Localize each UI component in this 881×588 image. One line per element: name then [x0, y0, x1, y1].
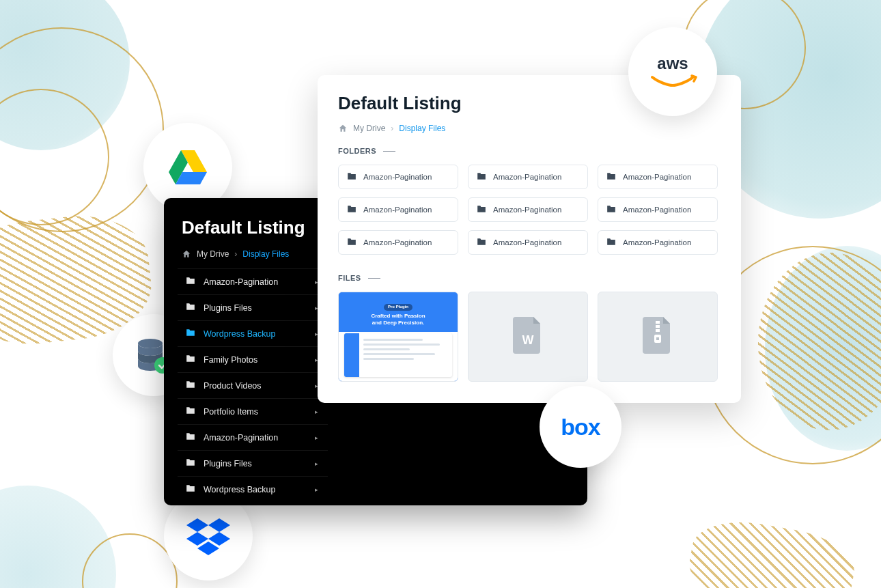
folder-icon [186, 380, 195, 391]
file-card-zip[interactable] [598, 292, 718, 382]
files-section-label: FILES [338, 274, 741, 282]
sidebar-item-label: Portfolio Items [204, 407, 258, 417]
chevron-right-icon: ▸ [315, 434, 318, 441]
chevron-right-icon: ▸ [315, 460, 318, 467]
folder-chip[interactable]: Amazon-Pagination [468, 230, 588, 255]
light-listing-panel: Default Listing My Drive › Display Files… [318, 75, 741, 403]
chevron-right-icon: ▸ [315, 486, 318, 493]
folder-chip-label: Amazon-Pagination [623, 238, 691, 247]
breadcrumb: My Drive › Display Files [338, 114, 741, 147]
file-card-word[interactable]: W [468, 292, 588, 382]
breadcrumb-root[interactable]: My Drive [353, 124, 385, 133]
folder-chip-label: Amazon-Pagination [623, 206, 691, 214]
folder-chip[interactable]: Amazon-Pagination [338, 165, 458, 189]
folder-chip[interactable]: Amazon-Pagination [468, 197, 588, 222]
folder-icon [186, 458, 195, 468]
sidebar-item[interactable]: Portfolio Items▸ [178, 398, 328, 424]
sidebar-item-label: Amazon-Pagination [204, 433, 278, 443]
folder-icon [347, 238, 356, 247]
folder-chip[interactable]: Amazon-Pagination [338, 230, 458, 255]
sidebar-item-label: Wordpress Backup [204, 329, 275, 339]
folder-chip-label: Amazon-Pagination [623, 173, 691, 181]
folder-chip-label: Amazon-Pagination [363, 238, 432, 247]
file-preview-thumbnail: Pro PluginCrafted with Passionand Deep P… [339, 292, 458, 381]
folder-chip-label: Amazon-Pagination [363, 206, 432, 214]
home-icon[interactable] [338, 124, 348, 133]
folders-section-label: FOLDERS [338, 147, 741, 155]
sidebar-list: Amazon-Pagination▸Plugins Files▸Wordpres… [178, 268, 328, 502]
chevron-right-icon: ▸ [315, 408, 318, 415]
svg-rect-16 [656, 337, 659, 340]
svg-point-3 [138, 339, 163, 348]
brand-aws-icon: aws [628, 27, 717, 116]
folders-label-text: FOLDERS [338, 147, 376, 155]
folder-chip[interactable]: Amazon-Pagination [338, 197, 458, 222]
folder-icon [606, 238, 616, 247]
home-icon[interactable] [182, 249, 191, 259]
svg-text:W: W [522, 333, 534, 347]
folder-chip[interactable]: Amazon-Pagination [598, 230, 718, 255]
sidebar-item-label: Plugins Files [204, 303, 252, 313]
svg-rect-14 [656, 329, 660, 332]
chevron-right-icon: › [391, 124, 393, 133]
folder-icon [606, 205, 616, 214]
zip-file-icon [643, 317, 673, 356]
svg-rect-12 [656, 321, 660, 324]
sidebar-item[interactable]: Product Videos▸ [178, 372, 328, 398]
folder-icon [477, 172, 486, 182]
files-label-text: FILES [338, 274, 361, 282]
sidebar-item[interactable]: Plugins Files▸ [178, 294, 328, 320]
sidebar-item-label: Plugins Files [204, 459, 252, 468]
folder-icon [477, 205, 486, 214]
sidebar-item-label: Product Videos [204, 381, 262, 391]
folder-chip[interactable]: Amazon-Pagination [598, 165, 718, 189]
sidebar-item[interactable]: Wordpress Backup▸ [178, 320, 328, 346]
breadcrumb-current[interactable]: Display Files [399, 124, 445, 133]
folder-icon [186, 354, 195, 365]
folder-chip-label: Amazon-Pagination [493, 238, 561, 247]
sidebar-item-label: Amazon-Pagination [204, 277, 278, 287]
folder-chip-label: Amazon-Pagination [493, 173, 561, 181]
word-file-icon: W [513, 317, 543, 356]
svg-marker-6 [208, 518, 230, 532]
decor-stripes [684, 513, 859, 588]
sidebar-item[interactable]: Family Photos▸ [178, 346, 328, 372]
breadcrumb-root[interactable]: My Drive [197, 249, 229, 259]
svg-text:aws: aws [657, 54, 688, 72]
folder-icon [186, 328, 195, 339]
box-logo-text: box [561, 414, 600, 440]
folder-chip[interactable]: Amazon-Pagination [598, 197, 718, 222]
sidebar-item[interactable]: Amazon-Pagination▸ [178, 424, 328, 450]
svg-rect-13 [656, 325, 660, 328]
files-row: Pro PluginCrafted with Passionand Deep P… [338, 292, 741, 382]
folder-chip-label: Amazon-Pagination [363, 173, 432, 181]
folder-icon [186, 303, 195, 313]
sidebar-item-label: Wordpress Backup [204, 485, 275, 494]
folder-icon [186, 484, 195, 494]
folder-icon [186, 406, 195, 417]
svg-marker-5 [186, 518, 208, 532]
brand-box-icon: box [540, 386, 621, 468]
breadcrumb-current[interactable]: Display Files [242, 249, 289, 259]
folder-icon [186, 432, 195, 443]
folder-icon [606, 172, 616, 182]
sidebar-item-label: Family Photos [204, 355, 257, 365]
folder-icon [347, 172, 356, 182]
folder-grid: Amazon-PaginationAmazon-PaginationAmazon… [338, 165, 741, 255]
folder-icon [347, 205, 356, 214]
chevron-right-icon: › [234, 249, 237, 259]
sidebar-item[interactable]: Wordpress Backup▸ [178, 476, 328, 502]
folder-icon [477, 238, 486, 247]
folder-chip-label: Amazon-Pagination [493, 206, 561, 214]
file-card-preview[interactable]: Pro PluginCrafted with Passionand Deep P… [338, 292, 458, 382]
sidebar-item[interactable]: Amazon-Pagination▸ [178, 268, 328, 294]
folder-icon [186, 277, 195, 287]
sidebar-item[interactable]: Plugins Files▸ [178, 450, 328, 476]
folder-chip[interactable]: Amazon-Pagination [468, 165, 588, 189]
